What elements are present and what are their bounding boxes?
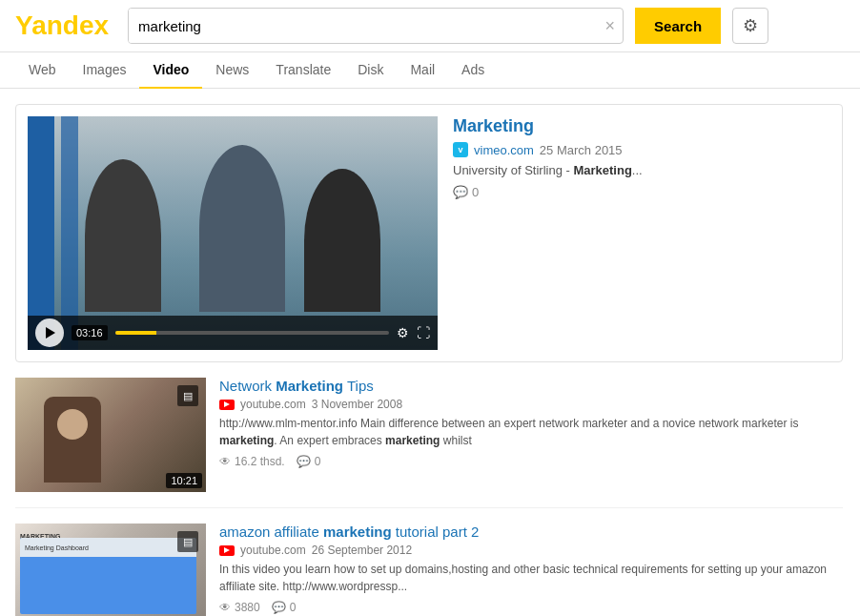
source-date-2: 26 September 2012 — [312, 544, 412, 557]
title-suffix-2: tutorial part 2 — [392, 524, 480, 540]
video-title-1[interactable]: Network Marketing Tips — [219, 378, 843, 394]
video-title-2[interactable]: amazon affiliate marketing tutorial part… — [219, 524, 843, 540]
tab-translate[interactable]: Translate — [262, 52, 344, 89]
source-2: youtube.com 26 September 2012 — [219, 544, 843, 557]
title-prefix-1: Network — [219, 378, 276, 394]
doc-icon-1: ▤ — [177, 385, 198, 406]
desc-bold1-1: marketing — [219, 434, 274, 447]
search-button[interactable]: Search — [635, 8, 721, 44]
source-1: youtube.com 3 November 2008 — [219, 398, 843, 411]
desc-1: http://www.mlm-mentor.info Main differen… — [219, 415, 843, 449]
thumb-duration-1: 10:21 — [166, 473, 202, 488]
yandex-logo: Yandex — [15, 10, 109, 41]
source-date-1: 3 November 2008 — [312, 398, 402, 411]
tab-web[interactable]: Web — [15, 52, 70, 89]
video-thumbnail-1[interactable]: ▤ 10:21 — [15, 378, 206, 492]
desc-end-1: whilst — [440, 434, 471, 447]
video-controls: 03:16 ⚙ ⛶ — [28, 316, 438, 350]
featured-video-source: v vimeo.com 25 March 2015 — [453, 142, 830, 157]
tab-mail[interactable]: Mail — [397, 52, 448, 89]
title-bold-2: marketing — [323, 524, 392, 540]
progress-bar[interactable] — [115, 331, 389, 335]
video-result-1: ▤ 10:21 Network Marketing Tips youtube.c… — [15, 378, 843, 508]
duration-badge: 03:16 — [72, 325, 108, 340]
video-info-2: amazon affiliate marketing tutorial part… — [219, 524, 843, 616]
logo-rest: andex — [31, 10, 109, 40]
title-bold-1: Marketing — [276, 378, 343, 394]
progress-fill — [115, 331, 156, 335]
logo-y: Y — [15, 10, 31, 40]
source-date: 25 March 2015 — [540, 143, 623, 157]
source-name-2[interactable]: youtube.com — [240, 544, 306, 557]
desc-mid-1: . An expert embraces — [274, 434, 385, 447]
desc-text-1: http://www.mlm-mentor.info Main differen… — [219, 417, 798, 430]
comment-icon: 💬 — [453, 185, 468, 199]
comments-count: 💬 0 — [453, 185, 830, 199]
comments-1: 💬 0 — [297, 455, 321, 468]
source-name-1[interactable]: youtube.com — [240, 398, 306, 411]
settings-icon[interactable]: ⚙ — [397, 325, 409, 340]
desc-bold: Marketing — [573, 163, 631, 177]
video-result-2: Marketing Dashboard ▤ 20:17 amazon affil… — [15, 524, 843, 616]
desc-2: In this video you learn how to set up do… — [219, 561, 843, 595]
views-2: 👁 3880 — [219, 601, 260, 614]
desc-text-2: In this video you learn how to set up do… — [219, 563, 827, 593]
person-figure-2 — [199, 145, 285, 312]
main-content: 03:16 ⚙ ⛶ Marketing v vimeo.com 25 March… — [0, 89, 858, 616]
views-1: 👁 16.2 thsd. — [219, 455, 285, 468]
source-link[interactable]: vimeo.com — [474, 143, 534, 157]
person-figure-1 — [85, 159, 161, 312]
tab-video[interactable]: Video — [139, 52, 202, 89]
featured-video-desc: University of Stirling - Marketing... — [453, 163, 830, 177]
featured-video-info: Marketing v vimeo.com 25 March 2015 Univ… — [453, 116, 830, 350]
featured-video-result: 03:16 ⚙ ⛶ Marketing v vimeo.com 25 March… — [15, 104, 843, 362]
tab-ads[interactable]: Ads — [448, 52, 498, 89]
header: Yandex × Search ⚙ — [0, 0, 860, 52]
featured-video-title[interactable]: Marketing — [453, 116, 830, 136]
title-suffix-1: Tips — [343, 378, 374, 394]
video-info-1: Network Marketing Tips youtube.com 3 Nov… — [219, 378, 843, 492]
fullscreen-icon[interactable]: ⛶ — [417, 325, 430, 340]
desc-bold2-1: marketing — [385, 434, 440, 447]
video-player[interactable]: 03:16 ⚙ ⛶ — [28, 116, 438, 350]
tab-disk[interactable]: Disk — [344, 52, 397, 89]
meta-2: 👁 3880 💬 0 — [219, 601, 843, 614]
meta-1: 👁 16.2 thsd. 💬 0 — [219, 455, 843, 468]
title-prefix-2: amazon affiliate — [219, 524, 323, 540]
nav-tabs: Web Images Video News Translate Disk Mai… — [0, 52, 860, 89]
filter-button[interactable]: ⚙ — [732, 8, 768, 44]
youtube-icon-1 — [219, 400, 235, 410]
play-button[interactable] — [35, 318, 64, 347]
comment-number: 0 — [472, 185, 479, 199]
tab-images[interactable]: Images — [70, 52, 140, 89]
clear-button[interactable]: × — [598, 17, 624, 34]
youtube-icon-2 — [219, 545, 235, 556]
person-figure-3 — [304, 169, 380, 312]
desc-text: University of Stirling - — [453, 163, 573, 177]
search-bar: × — [128, 8, 624, 44]
search-input[interactable] — [129, 9, 597, 43]
video-thumbnail-2[interactable]: Marketing Dashboard ▤ 20:17 — [15, 524, 206, 616]
desc-suffix: ... — [632, 163, 643, 177]
comments-2: 💬 0 — [272, 601, 297, 614]
vimeo-icon: v — [453, 142, 468, 157]
doc-icon-2: ▤ — [177, 531, 198, 552]
tab-news[interactable]: News — [202, 52, 262, 89]
